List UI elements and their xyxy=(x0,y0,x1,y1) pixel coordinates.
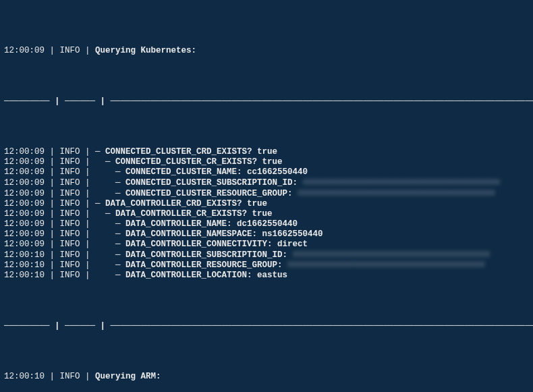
separator: | xyxy=(80,372,96,381)
log-line: 12:00:09 | INFO | ─ CONNECTED_CLUSTER_CR… xyxy=(4,147,529,157)
log-level: INFO xyxy=(60,189,80,198)
redacted-value: xxxxxxxxxxxxxxxxxxxxxxxxxxxxxxxxxxxxxxx xyxy=(303,177,501,188)
timestamp: 12:00:09 xyxy=(4,199,45,208)
timestamp: 12:00:09 xyxy=(4,229,45,239)
log-level: INFO xyxy=(60,167,80,177)
separator: | xyxy=(45,189,60,198)
section-title: Querying ARM: xyxy=(95,372,161,381)
log-message: ─ DATA_CONTROLLER_NAME: dc1662550440 xyxy=(95,219,298,229)
log-line: 12:00:09 | INFO | ─ DATA_CONTROLLER_NAME… xyxy=(4,229,529,240)
log-line: 12:00:09 | INFO | ─ DATA_CONTROLLER_CR_E… xyxy=(4,209,529,219)
log-level: INFO xyxy=(60,157,80,167)
timestamp: 12:00:09 xyxy=(4,178,45,188)
log-message: ─ CONNECTED_CLUSTER_CR_EXISTS? true xyxy=(95,157,283,167)
log-line: 12:00:09 | INFO | ─ DATA_CONTROLLER_CONN… xyxy=(4,240,529,250)
log-message: ─ CONNECTED_CLUSTER_CRD_EXISTS? true xyxy=(95,147,277,157)
log-level: INFO xyxy=(60,229,80,239)
log-line: 12:00:09 | INFO | ─ CONNECTED_CLUSTER_RE… xyxy=(4,188,529,199)
separator: | xyxy=(45,167,60,177)
log-level: INFO xyxy=(60,219,80,229)
log-message: ─ DATA_CONTROLLER_CONNECTIVITY: direct xyxy=(95,240,308,249)
log-message: ─ DATA_CONTROLLER_SUBSCRIPTION_ID: xyxy=(95,250,293,259)
log-message: ─ DATA_CONTROLLER_LOCATION: eastus xyxy=(95,271,287,280)
timestamp: 12:00:09 xyxy=(4,189,45,198)
log-line: 12:00:09 | INFO | ─ DATA_CONTROLLER_CRD_… xyxy=(4,199,529,209)
separator: | xyxy=(80,157,96,167)
separator: | xyxy=(45,209,60,219)
separator: | xyxy=(45,157,60,167)
separator: | xyxy=(80,189,96,198)
timestamp: 12:00:09 xyxy=(4,46,45,55)
separator: | xyxy=(80,199,96,208)
log-level: INFO xyxy=(60,209,80,219)
log-level: INFO xyxy=(60,271,80,280)
log-message: ─ CONNECTED_CLUSTER_SUBSCRIPTION_ID: xyxy=(95,178,303,188)
separator: | xyxy=(80,46,96,55)
redacted-value: xxxxxxxxxxxxxxxxxxxxxxxxxxxxxxxxxxxxxxx xyxy=(293,250,490,260)
log-line: 12:00:09 | INFO | ─ CONNECTED_CLUSTER_CR… xyxy=(4,157,529,167)
log-level: INFO xyxy=(60,178,80,188)
log-level: INFO xyxy=(60,240,80,249)
separator: | xyxy=(80,260,96,270)
log-message: ─ DATA_CONTROLLER_CR_EXISTS? true xyxy=(95,209,273,219)
log-level: INFO xyxy=(60,199,80,208)
timestamp: 12:00:09 xyxy=(4,209,45,219)
divider-line: ───────── | ────── | ───────────────────… xyxy=(4,321,529,331)
separator: | xyxy=(45,178,60,188)
separator: | xyxy=(80,167,96,177)
timestamp: 12:00:09 xyxy=(4,167,45,177)
separator: | xyxy=(80,219,96,229)
separator: | xyxy=(45,46,60,55)
section-header-arm: 12:00:10 | INFO | Querying ARM: xyxy=(4,372,529,382)
separator: | xyxy=(80,271,96,280)
log-message: ─ DATA_CONTROLLER_CRD_EXISTS? true xyxy=(95,199,267,208)
log-level: INFO xyxy=(60,147,80,157)
separator: | xyxy=(80,250,96,259)
timestamp: 12:00:09 xyxy=(4,240,45,249)
separator: | xyxy=(45,199,60,208)
separator: | xyxy=(80,147,96,157)
separator: | xyxy=(45,229,60,239)
timestamp: 12:00:09 xyxy=(4,219,45,229)
separator: | xyxy=(80,240,96,249)
redacted-value: xxxxxxxxxxxxxxxxxxxxxxxxxxxxxxxxxxxxxxx xyxy=(298,188,495,198)
timestamp: 12:00:10 xyxy=(4,260,45,270)
separator: | xyxy=(45,147,60,157)
separator: | xyxy=(45,240,60,249)
log-message: ─ DATA_CONTROLLER_NAMESPACE: ns166255044… xyxy=(95,229,323,239)
terminal-output: 12:00:09 | INFO | Querying Kubernetes: ─… xyxy=(0,0,533,392)
log-level: INFO xyxy=(60,260,80,270)
log-line: 12:00:10 | INFO | ─ DATA_CONTROLLER_SUBS… xyxy=(4,250,529,260)
log-line: 12:00:10 | INFO | ─ DATA_CONTROLLER_LOCA… xyxy=(4,271,529,281)
section-header-kubernetes: 12:00:09 | INFO | Querying Kubernetes: xyxy=(4,46,529,56)
log-level: INFO xyxy=(60,372,80,381)
divider-line: ───────── | ────── | ───────────────────… xyxy=(4,96,529,107)
log-message: ─ CONNECTED_CLUSTER_RESOURCE_GROUP: xyxy=(95,189,298,198)
separator: | xyxy=(45,219,60,229)
log-line: 12:00:09 | INFO | ─ CONNECTED_CLUSTER_NA… xyxy=(4,167,529,177)
log-level: INFO xyxy=(60,46,80,55)
separator: | xyxy=(45,260,60,270)
separator: | xyxy=(45,372,60,381)
log-line: 12:00:09 | INFO | ─ DATA_CONTROLLER_NAME… xyxy=(4,219,529,229)
separator: | xyxy=(45,271,60,280)
timestamp: 12:00:10 xyxy=(4,250,45,259)
kubernetes-lines: 12:00:09 | INFO | ─ CONNECTED_CLUSTER_CR… xyxy=(4,147,529,281)
separator: | xyxy=(80,178,96,188)
timestamp: 12:00:09 xyxy=(4,157,45,167)
log-line: 12:00:09 | INFO | ─ CONNECTED_CLUSTER_SU… xyxy=(4,177,529,188)
separator: | xyxy=(80,209,96,219)
timestamp: 12:00:10 xyxy=(4,372,45,381)
log-level: INFO xyxy=(60,250,80,259)
timestamp: 12:00:09 xyxy=(4,147,45,157)
redacted-value: xxxxxxxxxxxxxxxxxxxxxxxxxxxxxxxxxxxxxxx xyxy=(287,260,485,270)
section-title: Querying Kubernetes: xyxy=(95,46,196,55)
separator: | xyxy=(80,229,96,239)
timestamp: 12:00:10 xyxy=(4,271,45,280)
log-line: 12:00:10 | INFO | ─ DATA_CONTROLLER_RESO… xyxy=(4,260,529,271)
separator: | xyxy=(45,250,60,259)
log-message: ─ CONNECTED_CLUSTER_NAME: cc1662550440 xyxy=(95,167,308,177)
log-message: ─ DATA_CONTROLLER_RESOURCE_GROUP: xyxy=(95,260,287,270)
